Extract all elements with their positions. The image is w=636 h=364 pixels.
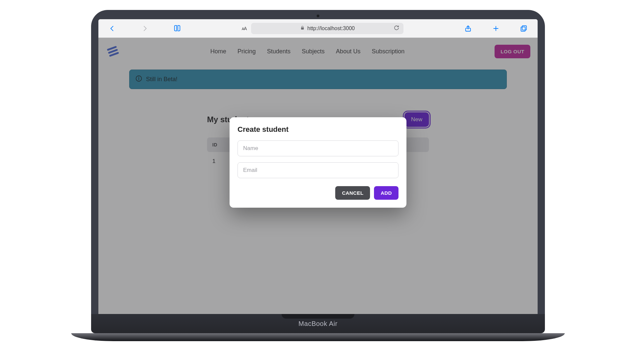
laptop-foot — [71, 333, 565, 341]
laptop-frame: AA http://localhost:3000 — [91, 10, 545, 341]
lock-icon — [300, 26, 305, 31]
text-size-control[interactable]: AA — [242, 26, 247, 31]
email-input[interactable] — [238, 162, 398, 178]
create-student-modal: Create student CANCEL ADD — [230, 117, 406, 208]
page: Home Pricing Students Subjects About Us … — [98, 38, 538, 314]
device-label: MacBook Air — [298, 320, 338, 328]
laptop-bezel: AA http://localhost:3000 — [91, 10, 545, 314]
reload-icon[interactable] — [394, 25, 399, 32]
svg-rect-5 — [521, 27, 525, 31]
share-icon[interactable] — [463, 24, 473, 33]
tabs-icon[interactable] — [519, 24, 528, 33]
svg-rect-0 — [301, 27, 304, 29]
back-icon[interactable] — [108, 24, 117, 33]
laptop-base: MacBook Air — [91, 314, 545, 333]
svg-rect-4 — [522, 26, 526, 30]
forward-icon[interactable] — [140, 24, 149, 33]
name-input[interactable] — [238, 140, 398, 156]
new-tab-icon[interactable] — [491, 24, 501, 33]
laptop-notch — [282, 314, 354, 319]
url-text: http://localhost:3000 — [307, 26, 355, 31]
laptop-camera — [317, 15, 319, 17]
cancel-button[interactable]: CANCEL — [335, 186, 370, 200]
reading-list-icon[interactable] — [173, 24, 182, 33]
browser-toolbar: AA http://localhost:3000 — [98, 19, 538, 38]
add-button[interactable]: ADD — [374, 186, 398, 200]
modal-title: Create student — [238, 125, 398, 134]
laptop-screen: AA http://localhost:3000 — [98, 19, 538, 314]
address-bar[interactable]: http://localhost:3000 — [251, 23, 403, 34]
